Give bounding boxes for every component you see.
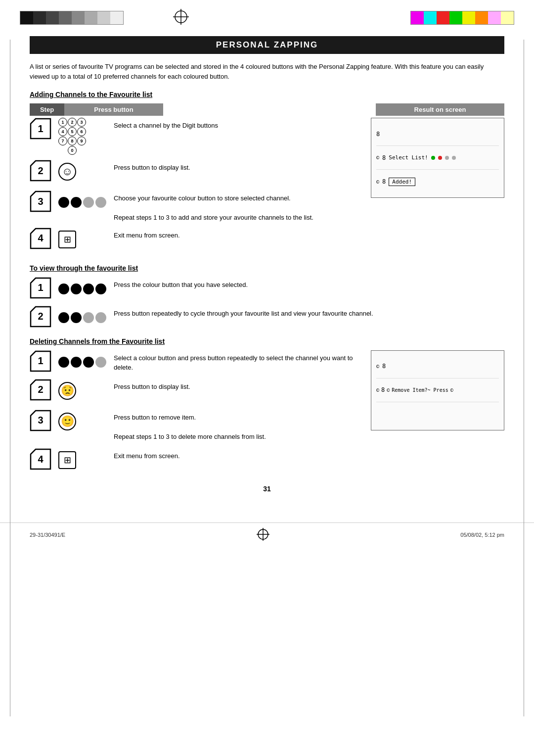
del-step-2-badge: 2 <box>30 379 51 401</box>
delete-screens-right: © 8 © 8 © Remove Item?~ Press © <box>371 350 504 477</box>
screen-icon-circle2: © <box>376 179 379 185</box>
screen-line-3: © 8 Added! <box>376 170 499 193</box>
del-dot-2 <box>71 357 82 368</box>
view-step-2-icon <box>58 306 108 330</box>
del-dot-4 <box>95 357 106 368</box>
del-step-1: 1 Select a colour button and press butto… <box>30 350 361 374</box>
step-4-text: Exit menu from screen. <box>114 228 361 240</box>
step-2-badge: 2 <box>30 160 51 182</box>
col-press-header: Press button <box>64 103 163 116</box>
dot-screen-green <box>431 156 435 160</box>
menu-icon: ⊞ <box>58 231 76 248</box>
del-step-3-icon: 🙂 <box>58 410 108 433</box>
del-step-1-badge: 1 <box>30 350 51 372</box>
view-step-1-badge: 1 <box>30 277 51 299</box>
view2-dot-gray2 <box>95 312 106 323</box>
del-screen-line-3 <box>376 402 499 426</box>
step-1-badge: 1 <box>30 118 51 140</box>
del-step-4-badge: 4 <box>30 448 51 470</box>
menu-icon-del: ⊞ <box>58 451 76 469</box>
section-delete-heading: Deleting Channels from the Favourite lis… <box>30 337 504 345</box>
step-3-icon <box>58 190 108 214</box>
add-step-1: 1 123 456 789 0 Select a channel by the … <box>30 118 361 155</box>
del-dot-3 <box>83 357 94 368</box>
screen-icon-circle: © <box>376 155 379 160</box>
page-border-right <box>524 40 524 716</box>
step-3-text: Choose your favourite colour button to s… <box>114 190 361 223</box>
col-step-header: Step <box>30 103 64 116</box>
sad-face-icon: 😟 <box>58 382 76 400</box>
top-bar <box>0 0 534 31</box>
view-dot-black <box>58 284 69 294</box>
step-3-badge: 3 <box>30 190 51 212</box>
page-title-text: Personal Zapping <box>216 40 318 49</box>
add-channels-layout: 1 123 456 789 0 Select a channel by the … <box>30 118 504 256</box>
step-1-icon: 123 456 789 0 <box>58 118 108 155</box>
page-border-left <box>10 40 10 716</box>
view-step-2: 2 Press button repeatedly to cycle throu… <box>30 306 504 330</box>
del-step-1-text: Select a colour button and press button … <box>114 350 361 373</box>
add-step-2: 2 ☺ Press button to display list. <box>30 160 361 184</box>
dot-black <box>58 197 69 208</box>
delete-combined-screen: © 8 © 8 © Remove Item?~ Press © <box>371 350 504 430</box>
screen-line-1: 8 <box>376 122 499 146</box>
footer-crosshair <box>257 528 269 542</box>
step-4-icon: ⊞ <box>58 228 108 251</box>
view2-dot-black2 <box>71 312 82 323</box>
digit-grid: 123 456 789 0 <box>58 118 86 155</box>
step-2-icon: ☺ <box>58 160 108 184</box>
dot-screen-gray <box>445 156 449 160</box>
del-screen-line-2: © 8 © Remove Item?~ Press © <box>376 378 499 402</box>
bar-right <box>410 11 514 25</box>
del-step-4-text: Exit menu from screen. <box>114 448 361 461</box>
view2-dot-black <box>58 312 69 323</box>
view-step-1: 1 Press the colour button that you have … <box>30 277 504 301</box>
step-1-text: Select a channel by the Digit buttons <box>114 118 361 131</box>
view-dot-black2 <box>71 284 82 294</box>
del-step-2-icon: 😟 <box>58 379 108 403</box>
neutral-face-icon: 🙂 <box>58 413 76 430</box>
del-step-4: 4 ⊞ Exit menu from screen. <box>30 448 361 472</box>
crosshair-left <box>173 9 189 26</box>
step-2-text: Press button to display list. <box>114 160 361 173</box>
del-step-3-badge: 3 <box>30 410 51 431</box>
del-step-4-icon: ⊞ <box>58 448 108 472</box>
main-content: Personal Zapping A list or series of fav… <box>0 31 534 518</box>
add-steps-left: 1 123 456 789 0 Select a channel by the … <box>30 118 361 256</box>
add-step-4: 4 ⊞ Exit menu from screen. <box>30 228 361 251</box>
dot-gray <box>83 197 94 208</box>
bar-left <box>20 11 124 25</box>
section-delete: Deleting Channels from the Favourite lis… <box>30 337 504 477</box>
dot-black2 <box>71 197 82 208</box>
table-header: Step Press button Result on screen <box>30 103 504 116</box>
intro-paragraph: A list or series of favourite TV program… <box>30 62 504 82</box>
del-step-2: 2 😟 Press button to display list. <box>30 379 361 403</box>
footer: 29-31/30491/E 05/08/02, 5:12 pm <box>0 522 534 547</box>
del-screen-icon3: © <box>387 387 390 393</box>
section-view: To view through the favourite list 1 Pre… <box>30 264 504 330</box>
section-view-heading: To view through the favourite list <box>30 264 504 272</box>
page-number: 31 <box>30 485 504 493</box>
view-step-1-icon <box>58 277 108 301</box>
footer-right: 05/08/02, 5:12 pm <box>460 532 504 538</box>
dot-gray2 <box>95 197 106 208</box>
del-step-2-text: Press button to display list. <box>114 379 361 392</box>
del-screen-icon2: © <box>376 387 379 393</box>
del-step-1-icon <box>58 350 108 374</box>
view-step-2-badge: 2 <box>30 306 51 328</box>
smiley-icon: ☺ <box>58 163 76 181</box>
view-dot-black3 <box>83 284 94 294</box>
del-step-3-text: Press button to remove item. Repeat step… <box>114 410 361 442</box>
footer-left: 29-31/30491/E <box>30 532 65 538</box>
del-screen-line-1: © 8 <box>376 355 499 378</box>
step-4-badge: 4 <box>30 228 51 249</box>
add-screens-right: 8 © 8 Select List! © 8 Added! <box>371 118 504 256</box>
delete-steps-left: 1 Select a colour button and press butto… <box>30 350 361 477</box>
delete-layout: 1 Select a colour button and press butto… <box>30 350 504 477</box>
del-step-3: 3 🙂 Press button to remove item. Repeat … <box>30 410 361 442</box>
dot-screen-red <box>438 156 442 160</box>
view-step-2-text: Press button repeatedly to cycle through… <box>114 306 504 319</box>
dot-screen-gray2 <box>452 156 456 160</box>
del-screen-icon1: © <box>376 364 379 369</box>
view2-dot-gray <box>83 312 94 323</box>
